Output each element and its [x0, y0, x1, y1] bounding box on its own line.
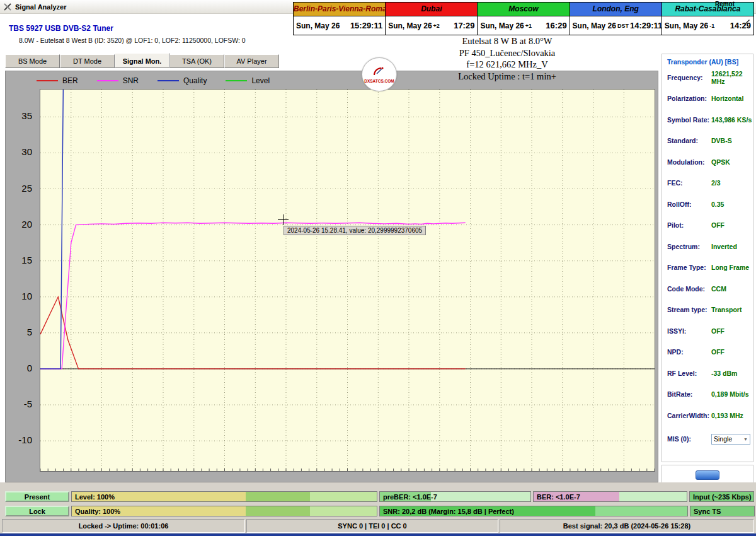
app-icon [3, 3, 12, 11]
y-tick-label: 15 [21, 254, 32, 265]
transponder-row: Polarization: Horizontal [662, 88, 753, 110]
tab-label: BS Mode [18, 57, 47, 65]
clock: London, Eng Sun, May 26 DST 14:29:11 [570, 3, 662, 35]
clock-date: Sun, May 26 [296, 21, 340, 30]
transponder-label: Spectrum: [667, 243, 711, 250]
transponder-label: Polarization: [667, 95, 711, 102]
transponder-label: Frequency: [667, 74, 711, 81]
signal-plot[interactable]: 2024-05-26 15.28.41, value: 20,299999237… [40, 89, 655, 472]
clock-date: Sun, May 26 [573, 21, 616, 30]
transponder-row: ISSYI: OFF [662, 320, 753, 342]
clock-utc-offset: +1 [525, 23, 532, 29]
status-cell-label: Level: 100% [75, 493, 115, 501]
transponder-label: Standard: [667, 137, 711, 144]
clock-city: Dubai [386, 3, 477, 16]
clock-time: Sun, May 26 +1 16:29 [478, 16, 569, 35]
transponder-value: OFF [711, 348, 724, 356]
status-cell-label: SNR: 20,2 dB (Margin: 15,8 dB | Perfect) [383, 508, 514, 515]
transponder-row: Frame Type: Long Frame [662, 257, 753, 279]
status-cell[interactable]: Input (~235 Kbps) [689, 491, 754, 502]
transponder-label: ISSYI: [667, 327, 711, 335]
transponder-row: BitRate: 0,189 Mbit/s [662, 384, 753, 405]
status-cell[interactable]: Quality: 100% [71, 506, 377, 516]
mis-row: MIS (0): Single ▼ [662, 434, 753, 445]
status-cell-label: BER: <1.0E-7 [537, 493, 580, 501]
transponder-row: Pilot: OFF [662, 215, 753, 236]
statusbar-best-signal: Best signal: 20,3 dB (2024-05-26 15:28) [500, 519, 754, 533]
legend-swatch [158, 80, 179, 81]
status-row-2: Lock Quality: 100% SNR: 20,2 dB (Margin:… [5, 506, 755, 516]
transponder-value: 0,193 MHz [711, 412, 743, 419]
clock-hms: 14:29:11 [630, 21, 662, 30]
transponder-label: Stream type: [667, 306, 711, 313]
transponder-value: 0.35 [711, 201, 724, 208]
transponder-row: Symbol Rate: 143,986 KS/s [662, 109, 753, 131]
status-cell-label: Sync TS [694, 508, 721, 515]
signal-lines [40, 90, 655, 471]
crosshair-icon [278, 219, 289, 220]
transponder-row: FEC: 2/3 [662, 173, 753, 194]
tab[interactable]: AV Player [224, 54, 279, 68]
transponder-value: Horizontal [711, 95, 743, 102]
transponder-row: CarrierWidth: 0,193 MHz [662, 405, 753, 426]
mini-blue-button[interactable] [696, 470, 719, 480]
tab-label: AV Player [236, 57, 266, 65]
transponder-row: Standard: DVB-S [662, 131, 753, 152]
overlay-frequency: f=12 621,662 MHz_V [397, 59, 617, 71]
transponder-value: QPSK [711, 158, 730, 166]
transponder-label: CarrierWidth: [667, 412, 711, 419]
legend-swatch [37, 80, 58, 81]
transponder-value: DVB-S [711, 137, 732, 144]
bottom-strip [0, 533, 756, 536]
legend-swatch [97, 80, 118, 81]
transponder-value: 0,189 Mbit/s [711, 390, 749, 398]
legend-label: SNR [123, 76, 139, 85]
world-clock-panel: Berlin-Paris-Vienna-Roma Sun, May 26 15:… [293, 2, 754, 35]
transponder-value: Long Frame [711, 264, 749, 271]
tab[interactable]: DT Mode [60, 54, 115, 68]
transponder-label: Symbol Rate: [667, 116, 711, 124]
transponder-value: 12621,522 MHz [711, 70, 753, 85]
transponder-panel: Transponder (AU) [BS] Frequency: 12621,5… [662, 54, 753, 462]
status-cell[interactable]: preBER: <1.0E-7 [379, 491, 531, 502]
status-cell[interactable]: Present [5, 491, 69, 502]
legend-item: Level [226, 76, 270, 85]
clock-hms: 17:29 [454, 21, 474, 30]
transponder-value: OFF [711, 327, 724, 335]
legend-label: Quality [183, 76, 207, 85]
signal-chart-panel: BER SNR Quality Level 35302520151050-5-1… [5, 71, 658, 482]
overlay-site: PF 450_Lučenec/Slovakia [397, 47, 617, 59]
tab[interactable]: Signal Mon. [115, 53, 169, 68]
pencil-icon [743, 18, 751, 29]
transponder-label: RF Level: [667, 370, 711, 377]
y-tick-label: 20 [21, 218, 32, 229]
transponder-value: CCM [711, 285, 726, 293]
status-cell[interactable]: Sync TS [690, 506, 755, 516]
y-tick-label: 35 [21, 110, 32, 121]
legend-swatch [226, 80, 247, 81]
mis-select[interactable]: Single ▼ [711, 434, 750, 445]
status-cell[interactable]: BER: <1.0E-7 [533, 491, 687, 502]
clock-time: Sun, May 26 +2 17:29 [386, 16, 477, 35]
transponder-label: Modulation: [667, 158, 711, 166]
transponder-label: FEC: [667, 179, 711, 187]
legend-label: Level [251, 76, 270, 85]
clock: Berlin-Paris-Vienna-Roma Sun, May 26 15:… [294, 3, 385, 35]
transponder-row: Spectrum: Inverted [662, 236, 753, 257]
tab[interactable]: BS Mode [5, 54, 60, 68]
tab[interactable]: TSA (OK) [169, 54, 224, 68]
transponder-row: NPD: OFF [662, 342, 753, 363]
y-tick-label: 25 [21, 182, 32, 193]
partial-window-text: Remot [715, 1, 735, 8]
clock-time: Sun, May 26 15:29:11 [294, 16, 385, 35]
transponder-value: Inverted [711, 243, 737, 250]
status-cell-label: Input (~235 Kbps) [693, 493, 752, 501]
status-cell[interactable]: SNR: 20,2 dB (Margin: 15,8 dB | Perfect) [379, 506, 688, 516]
transponder-value: Transport [711, 306, 742, 313]
status-cell[interactable]: Lock [5, 506, 69, 516]
clock-hms: 16:29 [546, 21, 566, 30]
y-tick-label: 0 [27, 363, 32, 373]
clock-utc-offset: +2 [433, 23, 440, 29]
status-row-1: Present Level: 100% preBER: <1.0E-7 BER:… [5, 491, 754, 502]
status-cell[interactable]: Level: 100% [71, 491, 377, 502]
